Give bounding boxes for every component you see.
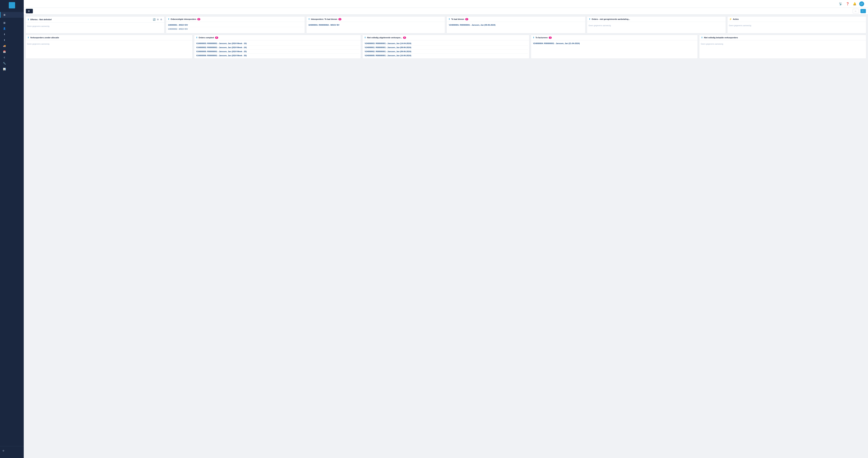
- actions-button[interactable]: ···: [853, 9, 859, 13]
- card-body-offertes: Geen gegevens aanwezig: [26, 23, 164, 33]
- card-header-verkooporders_allocatie: ⬆Verkooporders zonder allocatie: [26, 35, 192, 40]
- sidebar-item-logistiek[interactable]: 🚚: [0, 43, 24, 49]
- broadcast-icon[interactable]: 📡: [838, 1, 843, 6]
- facturering-icon: €: [3, 56, 6, 59]
- artikelen-icon: ▦: [3, 22, 6, 24]
- actions-dots-icon: ···: [855, 10, 857, 12]
- sidebar-item-beheer[interactable]: ⚙: [2, 448, 21, 453]
- list-item[interactable]: V24000003: R00000001 - Janssen, Jan (14-…: [364, 41, 528, 45]
- card-upload-icon: ⬆: [196, 36, 198, 39]
- list-item[interactable]: I24000002 - MSGV BV: [167, 27, 303, 31]
- main-content: 📡 ❓ 🔔 LT ⊞ ··· +: [24, 0, 868, 458]
- logo-box: [9, 2, 15, 8]
- card-body-onbevestigde_inkoop: I24000001 - MSGV BVI24000002 - MSGV BV: [166, 22, 305, 32]
- card-offertes: ⬆Offertes - Niet definitief🔄⚙⚙Geen gegev…: [26, 16, 164, 33]
- card-upload-icon: ⬆: [364, 36, 366, 39]
- card-title: Orders compleet: [199, 36, 214, 39]
- empty-text: Geen gegevens aanwezig: [701, 41, 865, 46]
- sidebar-nav: ⊞ ▦ 👤 ⬇ ⬆ 🚚 📅 €: [0, 10, 24, 446]
- toolbar-right: ··· +: [853, 9, 866, 13]
- card-header-te_laat_binnen: ⬆Te laat binnen1: [447, 17, 585, 22]
- list-item[interactable]: V24000002: R00000001 - Janssen, Jan (202…: [195, 45, 360, 50]
- card-header-offertes: ⬆Offertes - Niet definitief🔄⚙⚙: [26, 17, 164, 23]
- dashboard-van-logictrade-button[interactable]: ⊞: [26, 9, 33, 13]
- cards-row-2: ⬆Verkooporders zonder allocatieGeen gege…: [26, 35, 866, 59]
- sidebar-item-rapportage[interactable]: 📊: [0, 66, 24, 72]
- card-body-inkoop_te_laat: I24000001: R00000002 - MSGV BV: [306, 22, 445, 32]
- settings-icon[interactable]: ⚙: [157, 18, 159, 21]
- card-upload-icon: ⬆: [589, 18, 591, 20]
- card-header-orders_niet_geregistreerd: ⬆Orders - niet geregistreerde aanbetalin…: [587, 17, 726, 22]
- new-button[interactable]: +: [861, 9, 866, 13]
- card-header-niet_volledig_uitgeleverd: ⬆Niet volledig uitgeleverde verkoopor...…: [363, 35, 529, 40]
- relaties-icon: 👤: [3, 27, 6, 30]
- sidebar-item-relaties[interactable]: 👤: [0, 26, 24, 31]
- dashboard-icon: ⊞: [3, 13, 6, 16]
- week-badge: [0, 455, 24, 458]
- card-te_factureren: ⬆Te factureren1V24000004: R00000001 - Ja…: [531, 35, 698, 59]
- list-item[interactable]: V24000005: R00000001 - Janssen, Jan (202…: [195, 50, 360, 54]
- logistiek-icon: 🚚: [3, 44, 6, 47]
- user-menu[interactable]: LT: [859, 1, 865, 6]
- card-upload-icon: ⬆: [533, 36, 534, 39]
- avatar: LT: [859, 1, 864, 6]
- list-item[interactable]: I24000001 - MSGV BV: [167, 23, 303, 27]
- sidebar-item-facturering[interactable]: €: [0, 55, 24, 60]
- sidebar-item-inkoop[interactable]: ⬇: [0, 31, 24, 37]
- notifications-icon[interactable]: 🔔: [852, 1, 857, 6]
- dashboard-btn-icon: ⊞: [28, 10, 30, 12]
- card-badge: 4: [403, 36, 406, 39]
- card-upload-icon: ⬆: [27, 18, 29, 21]
- sidebar-item-service[interactable]: 🔧: [0, 60, 24, 66]
- card-title: Inkooporders: Te laat binnen: [311, 18, 337, 20]
- plus-icon: +: [862, 10, 863, 12]
- sidebar-item-dashboard[interactable]: ⊞: [0, 12, 24, 18]
- card-header-te_factureren: ⬆Te factureren1: [531, 35, 698, 40]
- cards-row-1: ⬆Offertes - Niet definitief🔄⚙⚙Geen gegev…: [26, 16, 866, 33]
- sidebar-item-planning[interactable]: 📅: [0, 49, 24, 55]
- sidebar-item-artikelen[interactable]: ▦: [0, 20, 24, 26]
- service-icon: 🔧: [3, 62, 6, 65]
- card-body-acties: Geen gegevens aanwezig: [727, 22, 866, 32]
- verkoop-icon: ⬆: [3, 39, 6, 41]
- list-item[interactable]: V24000005: R00000001 - Janssen, Jan (16-…: [364, 54, 528, 58]
- card-title: Orders - niet geregistreerde aanbetaling…: [592, 18, 630, 20]
- card-badge: 2: [197, 18, 200, 20]
- list-item[interactable]: V24000001: R00000001 - Janssen, Jan (09-…: [448, 23, 584, 27]
- card-upload-icon: ⬆: [168, 18, 169, 20]
- card-title: Te factureren: [535, 36, 548, 39]
- list-item[interactable]: V24000001: R00000001 - Janssen, Jan (09-…: [364, 45, 528, 50]
- planning-icon: 📅: [3, 51, 6, 53]
- list-item[interactable]: V24000004: R00000001 - Janssen, Jan (21-…: [532, 41, 696, 45]
- list-item[interactable]: V24000006: R00000001 - Janssen, Jan (202…: [195, 54, 360, 58]
- sidebar-item-verkoop[interactable]: ⬆: [0, 37, 24, 43]
- sidebar: ⊞ ▦ 👤 ⬇ ⬆ 🚚 📅 €: [0, 0, 24, 458]
- sidebar-bottom: ⚙: [0, 446, 24, 455]
- card-verkooporders_allocatie: ⬆Verkooporders zonder allocatieGeen gege…: [26, 35, 193, 59]
- card-body-verkooporders_allocatie: Geen gegevens aanwezig: [26, 40, 192, 51]
- card-title: Niet volledig uitgeleverde verkoopor...: [367, 36, 402, 39]
- card-title: Acties: [733, 18, 739, 20]
- header-actions: 📡 ❓ 🔔 LT: [838, 1, 865, 6]
- config-icon[interactable]: ⚙: [160, 18, 162, 21]
- empty-text: Geen gegevens aanwezig: [729, 23, 865, 28]
- card-body-niet_volledig_uitgeleverd: V24000003: R00000001 - Janssen, Jan (14-…: [363, 40, 529, 59]
- beheer-icon: ⚙: [2, 450, 4, 452]
- card-header-inkoop_te_laat: ⬆Inkooporders: Te laat binnen1: [306, 17, 445, 22]
- sidebar-item-overzicht[interactable]: [0, 18, 24, 20]
- card-body-te_factureren: V24000004: R00000001 - Janssen, Jan (21-…: [531, 40, 698, 51]
- card-upload-icon: ⬆: [701, 36, 703, 39]
- help-icon[interactable]: ❓: [845, 1, 850, 6]
- card-title: Onbevestigde inkooporders: [170, 18, 196, 20]
- card-title: Te laat binnen: [451, 18, 464, 20]
- list-item[interactable]: V24000002: R00000001 - Janssen, Jan (09-…: [364, 50, 528, 54]
- card-badge: 1: [549, 36, 552, 39]
- refresh-icon[interactable]: 🔄: [153, 18, 156, 21]
- list-item[interactable]: V24000003: R00000001 - Janssen, Jan (202…: [195, 41, 360, 45]
- card-upload-icon: ⬆: [308, 18, 310, 20]
- sidebar-logo: [0, 0, 24, 10]
- inkoop-icon: ⬇: [3, 33, 6, 36]
- list-item[interactable]: I24000001: R00000002 - MSGV BV: [308, 23, 444, 27]
- card-header-acties: ⚡Acties: [727, 17, 866, 22]
- card-orders_compleet: ⬆Orders compleet4V24000003: R00000001 - …: [194, 35, 361, 59]
